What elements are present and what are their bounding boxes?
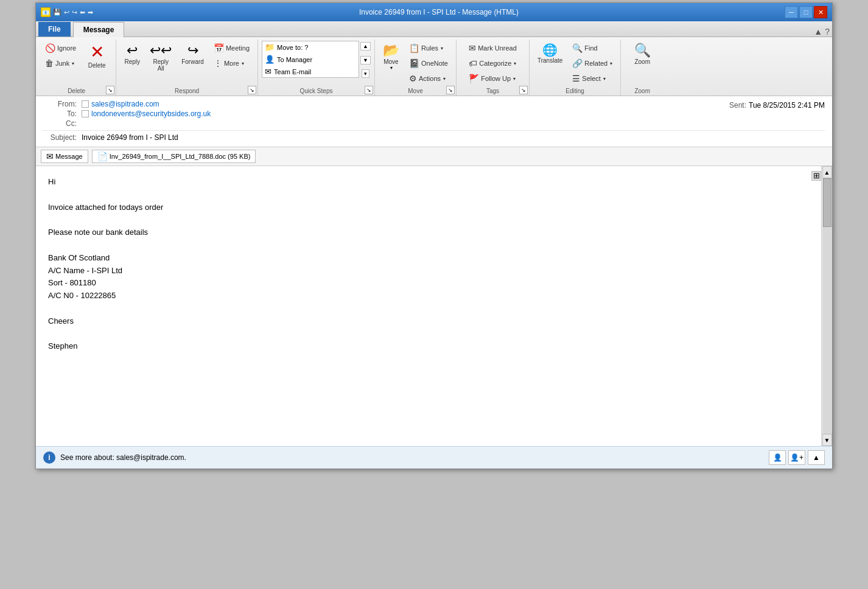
quick-step-manager[interactable]: 👤 To Manager — [262, 54, 359, 65]
ribbon-group-tags: ✉ Mark Unread 🏷 Categorize ▾ 🚩 Follow Up… — [457, 40, 530, 96]
related-button[interactable]: 🔗 Related ▾ — [568, 56, 617, 71]
reply-all-button[interactable]: ↩↩ Reply All — [145, 41, 176, 75]
tab-message[interactable]: Message — [73, 22, 125, 37]
move-group-label: Move — [375, 88, 456, 94]
scroll-up-btn[interactable]: ▲ — [822, 166, 832, 178]
actions-button[interactable]: ⚙ Actions ▾ — [405, 71, 452, 86]
rules-button[interactable]: 📋 Rules ▾ — [405, 41, 452, 55]
ribbon-group-quicksteps: 📁 Move to: ? 👤 To Manager ✉ Team E-mail — [258, 40, 375, 96]
mark-unread-button[interactable]: ✉ Mark Unread — [464, 41, 521, 55]
cc-label: Cc: — [43, 119, 77, 128]
move-expand[interactable]: ↘ — [446, 86, 455, 94]
close-button[interactable]: ✕ — [814, 6, 827, 18]
forward-button[interactable]: ↪ Forward — [177, 41, 208, 68]
outlook-icon: 📧 — [41, 7, 51, 17]
manager-icon: 👤 — [265, 55, 275, 64]
message-tab[interactable]: ✉ Message — [41, 150, 88, 163]
maximize-button[interactable]: □ — [799, 6, 813, 18]
from-label: From: — [43, 100, 77, 108]
qs-expand-btn[interactable]: ↘ — [365, 86, 373, 94]
qs-expand[interactable]: ▾ — [362, 69, 369, 78]
meeting-button[interactable]: 📅 Meeting — [209, 41, 254, 55]
info-collapse-btn[interactable]: ▲ — [808, 450, 825, 465]
select-button[interactable]: ☰ Select ▾ — [568, 71, 617, 86]
reply-button[interactable]: ↩ Reply — [120, 41, 144, 68]
categorize-button[interactable]: 🏷 Categorize ▾ — [464, 56, 521, 71]
zoom-button[interactable]: 🔍 Zoom — [630, 41, 655, 68]
move-col-right: 📋 Rules ▾ 📓 OneNote ⚙ Actions ▾ — [405, 41, 452, 86]
scrollbar[interactable]: ▲ ▼ — [821, 166, 832, 446]
zoom-area: 🔍 Zoom — [630, 41, 655, 78]
sent-label: Sent: — [713, 101, 746, 110]
reply-icon: ↩ — [127, 44, 138, 57]
body-ac-name: A/C Name - I-SPI Ltd — [48, 265, 809, 277]
minimize-button[interactable]: ─ — [785, 6, 798, 18]
select-dropdown-arrow: ▾ — [603, 76, 606, 82]
follow-up-icon: 🚩 — [469, 74, 479, 83]
editing-col-right: 🔍 Find 🔗 Related ▾ ☰ Select ▾ — [568, 41, 617, 86]
title-bar-left: 📧 💾 ↩ ↪ ⬅ ➡ — [41, 7, 93, 17]
editing-group-label: Editing — [530, 88, 620, 94]
scroll-down-btn[interactable]: ▼ — [822, 434, 832, 446]
tags-expand[interactable]: ↘ — [519, 86, 528, 94]
select-icon: ☰ — [572, 74, 580, 83]
forward-icon: ↪ — [187, 44, 198, 57]
ignore-icon: 🚫 — [45, 43, 55, 53]
move-dropdown-arrow: ▾ — [390, 65, 393, 71]
rules-icon: 📋 — [409, 43, 419, 53]
ribbon-tabs: File Message ▲ ? — [36, 21, 832, 37]
delete-button[interactable]: ✕ Delete — [82, 41, 112, 72]
ribbon-group-move: 📂 Move ▾ 📋 Rules ▾ 📓 OneNote — [375, 40, 457, 96]
to-value[interactable]: londonevents@securitybsides.org.uk — [91, 110, 211, 118]
delete-expand[interactable]: ↘ — [106, 86, 114, 94]
quick-step-move[interactable]: 📁 Move to: ? — [262, 41, 359, 53]
zoom-group-label: Zoom — [621, 88, 663, 94]
onenote-button[interactable]: 📓 OneNote — [405, 56, 452, 71]
from-value[interactable]: sales@ispitrade.com — [91, 100, 159, 108]
delete-group-label: Delete — [37, 88, 116, 94]
quick-access-save[interactable]: 💾 — [53, 9, 61, 16]
find-button[interactable]: 🔍 Find — [568, 41, 617, 55]
quick-access-back[interactable]: ⬅ — [80, 9, 85, 16]
respond-col-right: 📅 Meeting ⋮ More ▾ — [209, 41, 254, 71]
qs-scroll-up[interactable]: ▲ — [360, 42, 371, 51]
subject-row: Subject: Invoice 26949 from I - SPI Ltd — [43, 130, 825, 142]
junk-button[interactable]: 🗑 Junk ▾ — [41, 56, 80, 71]
move-button[interactable]: 📂 Move ▾ — [379, 41, 404, 74]
qs-scroll-down[interactable]: ▼ — [360, 56, 371, 64]
actions-icon: ⚙ — [409, 74, 417, 83]
translate-button[interactable]: 🌐 Translate — [533, 41, 567, 86]
quick-access-undo[interactable]: ↩ — [64, 9, 69, 16]
tab-file[interactable]: File — [38, 22, 71, 37]
body-cheers: Cheers — [48, 315, 809, 328]
respond-expand[interactable]: ↘ — [248, 86, 256, 94]
info-add-contact-btn[interactable]: 👤+ — [788, 450, 805, 465]
body-scroll-icon[interactable]: ⊞ — [811, 171, 821, 181]
find-icon: 🔍 — [572, 43, 583, 53]
to-label: To: — [43, 110, 77, 118]
follow-up-button[interactable]: 🚩 Follow Up ▾ — [464, 71, 521, 86]
window-title: Invoice 26949 from I - SPI Ltd - Message… — [93, 8, 785, 16]
rules-dropdown-arrow: ▾ — [441, 46, 443, 51]
scroll-thumb[interactable] — [823, 178, 831, 227]
zoom-icon: 🔍 — [634, 44, 651, 57]
more-button[interactable]: ⋮ More ▾ — [209, 56, 254, 71]
to-avatar — [82, 110, 89, 117]
body-line2: Please note our bank details — [48, 226, 809, 239]
ignore-button[interactable]: 🚫 Ignore — [41, 41, 80, 55]
related-icon: 🔗 — [572, 58, 583, 68]
attachment-file[interactable]: 📄 Inv_26949_from_I__SPI_Ltd_7888.doc (95… — [92, 150, 256, 163]
quick-access-redo[interactable]: ↪ — [72, 9, 77, 16]
body-ac-no: A/C N0 - 10222865 — [48, 290, 809, 302]
body-line1: Invoice attached for todays order — [48, 201, 809, 214]
quick-steps-list: 📁 Move to: ? 👤 To Manager ✉ Team E-mail — [262, 41, 359, 78]
quick-step-team[interactable]: ✉ Team E-mail — [262, 66, 359, 77]
attachment-row: ✉ Message 📄 Inv_26949_from_I__SPI_Ltd_78… — [36, 147, 832, 166]
quick-access-forward[interactable]: ➡ — [88, 9, 93, 16]
ribbon-help-icon[interactable]: ▲ — [814, 27, 822, 37]
info-contact-btn[interactable]: 👤 — [769, 450, 786, 465]
ribbon-collapse-icon[interactable]: ? — [825, 27, 830, 37]
body-sort: Sort - 801180 — [48, 277, 809, 290]
message-tab-icon: ✉ — [46, 152, 54, 161]
scroll-track — [822, 178, 832, 434]
